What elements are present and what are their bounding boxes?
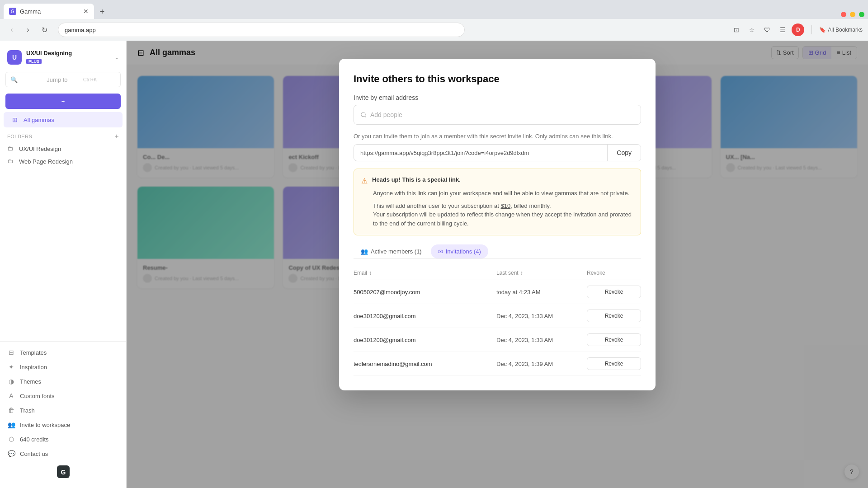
sidebar-item-inspiration[interactable]: ✦ Inspiration <box>0 360 126 374</box>
window-close-btn[interactable] <box>859 12 864 17</box>
credits-icon: ⬡ <box>7 436 15 443</box>
sidebar-item-trash[interactable]: 🗑 Trash <box>0 403 126 418</box>
warning-title: Heads up! This is a special link. <box>372 176 461 183</box>
close-tab-icon[interactable]: ✕ <box>83 8 89 15</box>
search-icon <box>360 112 367 118</box>
new-gamma-button[interactable]: + <box>5 94 121 109</box>
svg-text:G: G <box>61 469 66 476</box>
copy-link-button[interactable]: Copy <box>607 145 641 161</box>
address-bar[interactable]: gamma.app <box>58 23 465 37</box>
search-bar[interactable]: 🔍 Jump to Ctrl+K <box>5 72 121 87</box>
invite-email-label: Invite by email address <box>354 94 641 101</box>
chevron-down-icon: ⌄ <box>114 54 119 61</box>
warning-body-3: Your subscription will be updated to ref… <box>373 210 633 228</box>
sidebar-item-all-gammas[interactable]: ⊞ All gammas <box>4 112 123 127</box>
grid-icon: ⊞ <box>11 116 19 124</box>
folder-icon: 🗀 <box>7 145 14 152</box>
envelope-icon: ✉ <box>438 248 443 255</box>
trash-icon: 🗑 <box>7 407 15 414</box>
sort-icon: ↕ <box>520 270 523 276</box>
contact-icon: 💬 <box>7 450 15 457</box>
sidebar-item-label: All gammas <box>24 117 54 123</box>
folder-icon: 🗀 <box>7 158 14 165</box>
invitation-email: doe301200@gmail.com <box>354 313 496 319</box>
last-sent-header: Last sent ↕ <box>496 270 587 276</box>
add-folder-button[interactable]: + <box>114 132 119 141</box>
modal-overlay[interactable]: Invite others to this workspace Invite b… <box>127 41 868 488</box>
warning-body-1: Anyone with this link can join your work… <box>373 189 633 198</box>
app-logo: G <box>56 465 71 479</box>
invite-email-input[interactable]: Add people <box>354 105 641 125</box>
extension-icon[interactable]: 🛡 <box>761 23 774 36</box>
browser-tabs: G Gamma ✕ + <box>0 0 868 19</box>
tab-title: Gamma <box>20 8 80 15</box>
tab-invitations-label: Invitations (4) <box>446 248 481 255</box>
revoke-button-0[interactable]: Revoke <box>587 286 641 298</box>
settings-icon[interactable]: ☰ <box>776 23 789 36</box>
invitation-row-2: doe301200@gmail.com Dec 4, 2023, 1:33 AM… <box>354 328 641 352</box>
workspace-badge: PLUS <box>26 59 42 64</box>
invitation-email: 50050207@moodjoy.com <box>354 289 496 296</box>
invitation-row-3: tedlerarnemadino@gmail.com Dec 4, 2023, … <box>354 352 641 376</box>
members-icon: 👥 <box>361 248 368 255</box>
folders-section-header: Folders + <box>0 128 126 142</box>
sidebar-item-custom-fonts[interactable]: A Custom fonts <box>0 389 126 403</box>
revoke-button-1[interactable]: Revoke <box>587 310 641 322</box>
invitation-date: Dec 4, 2023, 1:33 AM <box>496 337 587 343</box>
inspiration-label: Inspiration <box>20 364 47 371</box>
invite-link-url: https://gamma.app/v5qiqg3r8ppc3t1/join?c… <box>354 145 607 161</box>
divider <box>811 25 812 34</box>
modal-title: Invite others to this workspace <box>354 73 641 85</box>
warning-header: ⚠ Heads up! This is a special link. <box>361 176 633 185</box>
workspace-switcher[interactable]: U UX/UI Designing PLUS ⌄ <box>0 46 126 68</box>
invitation-email: tedlerarnemadino@gmail.com <box>354 361 496 367</box>
refresh-button[interactable]: ↻ <box>38 23 51 36</box>
table-header: Email ↕ Last sent ↕ Revoke <box>354 266 641 280</box>
sidebar-bottom: ⊟ Templates ✦ Inspiration ◑ Themes A Cus… <box>0 341 126 483</box>
sidebar-item-templates[interactable]: ⊟ Templates <box>0 345 126 360</box>
tab-favicon: G <box>9 8 16 15</box>
revoke-button-3[interactable]: Revoke <box>587 357 641 370</box>
warning-box: ⚠ Heads up! This is a special link. Anyo… <box>354 169 641 235</box>
tabs-row: 👥 Active members (1) ✉ Invitations (4) <box>354 244 641 259</box>
templates-icon: ⊟ <box>7 349 15 356</box>
folder-label: Web Page Redesign <box>19 158 73 165</box>
warning-icon: ⚠ <box>361 177 368 185</box>
sidebar-item-themes[interactable]: ◑ Themes <box>0 374 126 389</box>
browser-tab-gamma[interactable]: G Gamma ✕ <box>4 4 94 19</box>
window-maximize-btn[interactable] <box>850 12 855 17</box>
bookmarks-label: 🔖All Bookmarks <box>819 27 863 33</box>
sidebar-item-invite[interactable]: 👥 Invite to workspace <box>0 418 126 432</box>
window-minimize-btn[interactable] <box>841 12 846 17</box>
new-tab-button[interactable]: + <box>96 5 108 18</box>
themes-icon: ◑ <box>7 378 15 385</box>
search-placeholder: Jump to <box>47 76 79 83</box>
browser-chrome: G Gamma ✕ + ‹ › ↻ gamma.app ⊡ ☆ 🛡 ☰ D 🔖A… <box>0 0 868 41</box>
revoke-button-2[interactable]: Revoke <box>587 333 641 346</box>
forward-button[interactable]: › <box>22 23 34 36</box>
invitation-row-0: 50050207@moodjoy.com today at 4:23 AM Re… <box>354 280 641 304</box>
invitation-date: Dec 4, 2023, 1:33 AM <box>496 313 587 319</box>
credits-label: 640 credits <box>20 436 49 443</box>
bookmark-icon[interactable]: ☆ <box>745 23 758 36</box>
plus-icon: + <box>61 98 65 105</box>
tab-invitations[interactable]: ✉ Invitations (4) <box>431 244 488 258</box>
invite-modal: Invite others to this workspace Invite b… <box>339 59 656 390</box>
invite-placeholder: Add people <box>370 111 402 118</box>
revoke-header: Revoke <box>587 270 641 276</box>
sidebar-folder-uxui-redesign[interactable]: 🗀 UX/UI Redesign <box>0 142 126 155</box>
tab-active-members[interactable]: 👥 Active members (1) <box>354 244 429 258</box>
inspiration-icon: ✦ <box>7 363 15 371</box>
back-button[interactable]: ‹ <box>5 23 18 36</box>
sidebar-item-credits[interactable]: ⬡ 640 credits <box>0 432 126 446</box>
sidebar-item-contact[interactable]: 💬 Contact us <box>0 446 126 461</box>
themes-label: Themes <box>20 378 41 385</box>
email-header: Email ↕ <box>354 270 496 276</box>
templates-label: Templates <box>20 349 47 356</box>
trash-label: Trash <box>20 407 35 414</box>
search-shortcut: Ctrl+K <box>83 77 116 82</box>
invitation-email: doe301200@gmail.com <box>354 337 496 343</box>
profile-avatar[interactable]: D <box>792 23 804 36</box>
sidebar-folder-web-page-redesign[interactable]: 🗀 Web Page Redesign <box>0 155 126 168</box>
cast-icon[interactable]: ⊡ <box>730 23 743 36</box>
